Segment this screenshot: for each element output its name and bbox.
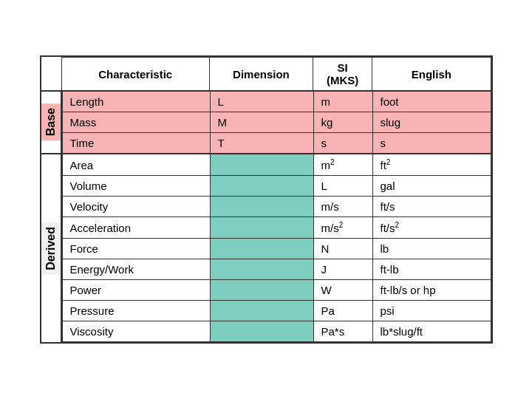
dimension-cell: [210, 239, 313, 259]
characteristic-cell: Pressure: [62, 301, 210, 321]
si-cell: N: [313, 239, 372, 259]
characteristic-cell: Time: [62, 133, 210, 154]
characteristic-cell: Volume: [62, 176, 210, 197]
table-row: Length L m foot: [62, 92, 491, 112]
dimension-cell: [210, 197, 313, 217]
si-cell: Pa*s: [313, 321, 372, 342]
english-cell: psi: [372, 301, 491, 321]
dimension-cell: M: [210, 112, 313, 133]
dimension-cell: [210, 280, 313, 301]
english-cell: slug: [372, 112, 491, 133]
characteristic-cell: Viscosity: [62, 321, 210, 342]
table-row: Power W ft-lb/s or hp: [62, 280, 491, 301]
dimension-cell: T: [210, 133, 313, 154]
derived-label: Derived: [41, 222, 61, 275]
table-row: Force N lb: [62, 239, 491, 259]
table-row: Viscosity Pa*s lb*slug/ft: [62, 321, 491, 342]
english-cell: ft/s2: [372, 217, 491, 239]
dimension-cell: L: [210, 92, 313, 112]
header-characteristic: Characteristic: [61, 58, 209, 91]
english-cell: ft-lb: [372, 259, 491, 280]
dimension-cell: [210, 154, 313, 176]
dimension-cell: [210, 321, 313, 342]
si-cell: J: [313, 259, 372, 280]
table-row: Energy/Work J ft-lb: [62, 259, 491, 280]
si-cell: s: [313, 133, 372, 154]
si-cell: W: [313, 280, 372, 301]
dimension-cell: [210, 176, 313, 197]
english-cell: ft/s: [372, 197, 491, 217]
english-cell: s: [372, 133, 491, 154]
characteristic-cell: Mass: [62, 112, 210, 133]
dimension-cell: [210, 259, 313, 280]
table-row: Acceleration m/s2 ft/s2: [62, 217, 491, 239]
table-row: Volume L gal: [62, 176, 491, 197]
table-row: Mass M kg slug: [62, 112, 491, 133]
characteristic-cell: Force: [62, 239, 210, 259]
table-row: Pressure Pa psi: [62, 301, 491, 321]
english-cell: lb: [372, 239, 491, 259]
si-cell: m: [313, 92, 372, 112]
si-cell: kg: [313, 112, 372, 133]
dimension-cell: [210, 301, 313, 321]
table-row: Velocity m/s ft/s: [62, 197, 491, 217]
characteristic-cell: Velocity: [62, 197, 210, 217]
english-cell: lb*slug/ft: [372, 321, 491, 342]
english-cell: gal: [372, 176, 491, 197]
header-dimension: Dimension: [209, 58, 313, 91]
header-si: SI (MKS): [313, 58, 372, 91]
si-cell: Pa: [313, 301, 372, 321]
characteristic-cell: Area: [62, 154, 210, 176]
dimension-cell: [210, 217, 313, 239]
si-cell: L: [313, 176, 372, 197]
characteristic-cell: Acceleration: [62, 217, 210, 239]
header-english: English: [372, 58, 491, 91]
english-cell: ft-lb/s or hp: [372, 280, 491, 301]
characteristic-cell: Energy/Work: [62, 259, 210, 280]
table-row: Time T s s: [62, 133, 491, 154]
english-cell: ft2: [372, 154, 491, 176]
characteristic-cell: Power: [62, 280, 210, 301]
si-cell: m2: [313, 154, 372, 176]
base-label: Base: [41, 103, 61, 140]
si-cell: m/s2: [313, 217, 372, 239]
si-cell: m/s: [313, 197, 372, 217]
table-row: Area m2 ft2: [62, 154, 491, 176]
english-cell: foot: [372, 92, 491, 112]
characteristic-cell: Length: [62, 92, 210, 112]
